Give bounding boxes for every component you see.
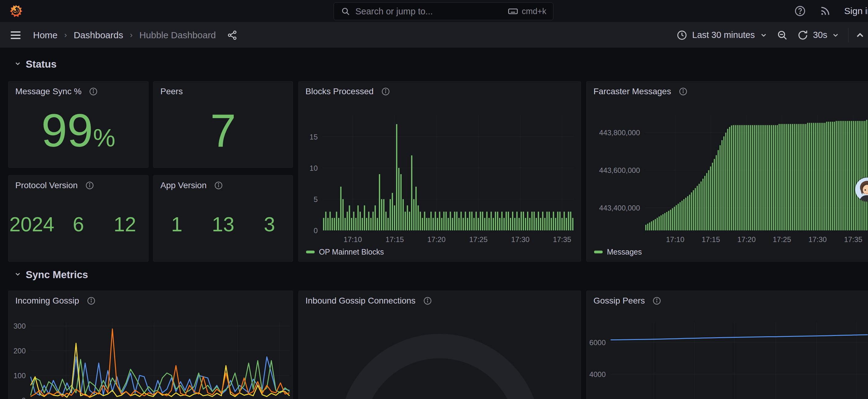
panel-message-sync: Message Sync % 99% — [8, 82, 149, 168]
shortcut-hint: cmd+k — [508, 6, 546, 17]
svg-text:443,400,000: 443,400,000 — [599, 204, 640, 212]
inbound-gossip-gauge[interactable] — [299, 318, 581, 399]
toolbar-divider — [848, 28, 848, 42]
legend-label[interactable]: OP Mainnet Blocks — [319, 248, 384, 256]
svg-text:17:25: 17:25 — [773, 235, 791, 244]
svg-text:6000: 6000 — [589, 338, 606, 347]
svg-text:443,600,000: 443,600,000 — [599, 166, 640, 175]
section-row-status[interactable]: Status — [14, 58, 57, 70]
stat-value: 1 — [154, 214, 200, 235]
stat-value: 3 — [246, 214, 292, 235]
stat-value: 7 — [210, 107, 236, 154]
panel-incoming-gossip: Incoming Gossip 0100200300 — [8, 291, 293, 399]
stat-value: 13 — [200, 214, 246, 235]
chevron-down-icon — [832, 31, 840, 39]
svg-text:5: 5 — [314, 195, 318, 204]
panel-header[interactable]: Message Sync % — [15, 87, 143, 96]
panel-title[interactable]: Peers — [160, 87, 183, 96]
time-range-picker[interactable]: Last 30 minutes — [676, 30, 776, 41]
svg-text:17:20: 17:20 — [737, 235, 756, 244]
section-collapse-icon — [14, 60, 22, 68]
dashboard-canvas: Status Message Sync % 99% Peers 7 — [0, 48, 868, 399]
info-icon[interactable] — [214, 181, 223, 190]
keyboard-icon — [508, 6, 518, 17]
svg-text:17:35: 17:35 — [553, 235, 571, 244]
panel-header[interactable]: Farcaster Messages — [593, 87, 866, 96]
svg-text:17:30: 17:30 — [511, 235, 529, 244]
info-icon[interactable] — [87, 296, 96, 305]
info-icon[interactable] — [679, 87, 688, 96]
share-icon[interactable] — [227, 30, 238, 41]
svg-text:10: 10 — [309, 164, 318, 172]
farcaster-messages-chart[interactable]: 17:1017:1517:2017:2517:3017:35443,400,00… — [587, 111, 868, 249]
panel-title[interactable]: Farcaster Messages — [593, 87, 671, 96]
panel-header[interactable]: Gossip Peers — [593, 296, 866, 306]
svg-text:17:15: 17:15 — [702, 235, 720, 244]
breadcrumb-current-dashboard: Hubble Dashboard — [139, 30, 216, 40]
section-collapse-icon — [14, 271, 22, 279]
panel-title[interactable]: Blocks Processed — [306, 87, 374, 96]
panel-blocks-processed: Blocks Processed 17:1017:1517:2017:2517:… — [299, 82, 581, 262]
panel-header[interactable]: Blocks Processed — [306, 87, 576, 96]
time-range-label: Last 30 minutes — [692, 30, 755, 40]
news-rss-icon[interactable] — [819, 5, 831, 17]
breadcrumb-home[interactable]: Home — [33, 30, 58, 40]
svg-text:100: 100 — [13, 371, 26, 380]
breadcrumb-separator-icon: › — [64, 30, 67, 40]
panel-header[interactable]: Protocol Version — [15, 181, 143, 190]
search-icon — [341, 6, 350, 16]
clock-icon — [676, 30, 687, 41]
panel-header[interactable]: Inbound Gossip Connections — [306, 296, 576, 306]
section-title-sync-metrics: Sync Metrics — [26, 269, 88, 281]
svg-text:200: 200 — [13, 347, 26, 355]
svg-text:0: 0 — [314, 226, 318, 235]
svg-text:17:35: 17:35 — [844, 235, 863, 244]
section-title-status: Status — [26, 58, 57, 70]
search-input[interactable] — [355, 6, 503, 17]
legend[interactable]: Messages — [594, 248, 642, 256]
svg-text:17:15: 17:15 — [385, 235, 404, 244]
info-icon[interactable] — [381, 87, 390, 96]
refresh-picker[interactable]: 30s — [797, 29, 840, 41]
panel-title[interactable]: Incoming Gossip — [15, 296, 79, 306]
panel-title[interactable]: Inbound Gossip Connections — [306, 296, 416, 306]
collapse-toolbar-chevron-up-icon[interactable] — [855, 30, 866, 41]
svg-text:17:10: 17:10 — [343, 235, 362, 244]
stat-value: 2024 — [8, 214, 55, 235]
panel-title[interactable]: Message Sync % — [15, 87, 82, 96]
panel-app-version: App Version 1 13 3 — [153, 175, 293, 262]
stat-value: 99% — [41, 107, 115, 154]
panel-header[interactable]: App Version — [160, 181, 288, 190]
refresh-icon[interactable] — [797, 29, 809, 41]
panel-title[interactable]: Gossip Peers — [593, 296, 645, 306]
help-icon[interactable] — [794, 5, 806, 17]
section-row-sync-metrics[interactable]: Sync Metrics — [14, 269, 88, 281]
shortcut-label: cmd+k — [522, 7, 546, 16]
breadcrumb: Home › Dashboards › Hubble Dashboard — [33, 22, 238, 48]
blocks-processed-chart[interactable]: 17:1017:1517:2017:2517:3017:35051015 — [299, 111, 579, 249]
gossip-peers-chart[interactable]: 60004000 — [587, 318, 868, 399]
info-icon[interactable] — [652, 296, 661, 305]
panel-header[interactable]: Incoming Gossip — [15, 296, 288, 306]
info-icon[interactable] — [89, 87, 98, 96]
menu-toggle-icon[interactable] — [9, 29, 22, 43]
incoming-gossip-chart[interactable]: 0100200300 — [8, 318, 291, 399]
svg-text:17:20: 17:20 — [427, 235, 446, 244]
panel-farcaster-messages: Farcaster Messages 17:1017:1517:2017:251… — [586, 82, 868, 262]
panel-title[interactable]: App Version — [160, 181, 207, 190]
chevron-down-icon — [760, 31, 768, 39]
panel-title[interactable]: Protocol Version — [15, 181, 78, 190]
svg-text:17:25: 17:25 — [469, 235, 488, 244]
search-bar[interactable]: cmd+k — [334, 2, 553, 20]
legend[interactable]: OP Mainnet Blocks — [306, 248, 384, 256]
info-icon[interactable] — [85, 181, 94, 190]
zoom-out-icon[interactable] — [776, 29, 788, 41]
sign-in-link[interactable]: Sign in — [844, 6, 868, 16]
breadcrumb-dashboards[interactable]: Dashboards — [74, 30, 123, 40]
panel-header[interactable]: Peers — [160, 87, 288, 96]
grafana-logo[interactable] — [8, 4, 23, 18]
info-icon[interactable] — [423, 296, 432, 305]
legend-label[interactable]: Messages — [607, 248, 642, 256]
nav-toolbar: Home › Dashboards › Hubble Dashboard Las… — [0, 22, 868, 48]
stat-value: 12 — [102, 214, 148, 235]
